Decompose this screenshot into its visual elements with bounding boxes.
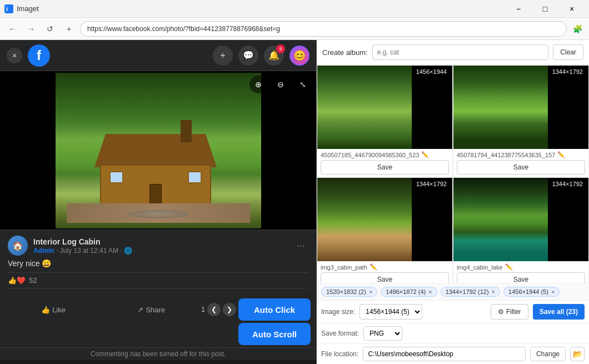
image-card-1: 1456×1944 450507185_446790094985360_523 …	[317, 65, 453, 177]
like-button[interactable]: 👍 Like	[6, 301, 101, 318]
image-footer-4: img4_cabin_lake ✏️ Save	[453, 261, 588, 283]
save-button-1[interactable]: Save	[321, 160, 449, 174]
fb-close-button[interactable]: ×	[7, 48, 22, 63]
new-tab-button[interactable]: +	[61, 21, 77, 37]
edit-icon-1[interactable]: ✏️	[421, 151, 429, 158]
post-nav-prev[interactable]: ❮	[207, 303, 221, 316]
save-button-3[interactable]: Save	[321, 272, 449, 283]
location-row: File location: Change 📂	[317, 344, 589, 364]
filter-tags-row: 1520×1832 (2) × 1496×1872 (4) × 1344×179…	[317, 283, 589, 301]
svg-text:i: i	[6, 6, 8, 12]
titlebar-controls: − □ ×	[506, 0, 585, 18]
fb-messenger-button[interactable]: 💬	[238, 46, 258, 66]
filter-tag-remove-3[interactable]: ×	[551, 288, 555, 295]
auto-scroll-button[interactable]: Auto Scroll	[238, 323, 311, 345]
share-label: Share	[146, 306, 165, 314]
back-button[interactable]: ←	[4, 21, 20, 37]
post-count: 1	[201, 306, 205, 313]
folder-icon: 📂	[573, 350, 582, 358]
post-subtitle-row: Admin · July 13 at 12:41 AM · 🌐	[33, 246, 288, 255]
image-size-select[interactable]: 1456×1944 (5)	[360, 304, 422, 320]
filename-text-3: img3_cabin_path	[321, 264, 367, 271]
facebook-panel: × f + 💬 🔔 9 😊	[0, 40, 317, 364]
window-left	[109, 171, 123, 183]
reaction-icons: 👍 ❤️	[8, 276, 26, 285]
imaget-panel: Create album: Clear 1456×1944 450507185_…	[317, 40, 589, 364]
img-filename-2: 450781794_441238775543635_157 ✏️	[457, 151, 585, 158]
edit-icon-2[interactable]: ✏️	[557, 151, 565, 158]
filter-tag-label-1: 1496×1872 (4)	[386, 288, 426, 295]
clear-button[interactable]: Clear	[553, 44, 583, 60]
share-button[interactable]: ↗ Share	[103, 301, 199, 318]
app-title: Imaget	[17, 4, 39, 13]
image-footer-2: 450781794_441238775543635_157 ✏️ Save	[453, 149, 588, 177]
zoom-out-button[interactable]: ⊖	[272, 76, 289, 93]
close-button[interactable]: ×	[559, 0, 585, 18]
forward-button[interactable]: →	[23, 21, 39, 37]
post-time: · July 13 at 12:41 AM · 🌐	[56, 247, 132, 255]
black-side-right-2	[548, 66, 588, 149]
img-dims-1: 1456×1944	[414, 68, 449, 76]
black-side-right-1	[412, 66, 452, 149]
edit-icon-3[interactable]: ✏️	[370, 263, 377, 271]
photo-viewer: ⊕ ⊖ ⤡	[0, 71, 316, 230]
profile-icon: 😊	[293, 49, 306, 62]
zoom-in-button[interactable]: ⊕	[249, 76, 267, 93]
album-input[interactable]	[372, 44, 549, 60]
cabin-photo	[56, 73, 261, 228]
expand-button[interactable]: ⤡	[294, 76, 312, 93]
filter-icon: ⚙	[498, 308, 504, 316]
black-side-right-4	[548, 178, 588, 261]
change-button[interactable]: Change	[530, 347, 566, 361]
refresh-button[interactable]: ↺	[42, 21, 58, 37]
filter-tag-3: 1456×1944 (5) ×	[503, 287, 560, 297]
black-side-right-3	[412, 178, 452, 261]
format-select[interactable]: PNG	[363, 326, 402, 341]
edit-icon-4[interactable]: ✏️	[505, 263, 513, 271]
window-right	[188, 171, 202, 183]
filter-tag-label-0: 1520×1832 (2)	[326, 288, 366, 295]
filter-tag-2: 1344×1792 (12) ×	[441, 287, 500, 297]
save-button-2[interactable]: Save	[457, 160, 585, 174]
notification-badge: 9	[276, 44, 285, 53]
post-nav-next[interactable]: ❯	[223, 303, 236, 316]
titlebar-left: i Imaget	[4, 4, 39, 13]
img-dims-4: 1344×1792	[550, 180, 585, 188]
post-header: 🏠 Interior Log Cabin Admin · July 13 at …	[8, 236, 308, 256]
file-location-input[interactable]	[363, 347, 526, 361]
img-filename-1: 450507185_446790094985360_523 ✏️	[321, 151, 449, 158]
open-folder-button[interactable]: 📂	[570, 347, 585, 361]
filter-tag-remove-2[interactable]: ×	[492, 288, 495, 295]
controls-row: Image size: 1456×1944 (5) ⚙ Filter Save …	[317, 301, 589, 323]
filter-tag-remove-1[interactable]: ×	[428, 288, 432, 295]
cabin-roof	[94, 134, 217, 167]
app-icon: i	[4, 4, 13, 13]
auto-click-button[interactable]: Auto Click	[238, 298, 311, 321]
post-content: 🏠 Interior Log Cabin Admin · July 13 at …	[0, 230, 316, 296]
filter-tag-remove-0[interactable]: ×	[369, 288, 372, 295]
extensions-icon[interactable]: 🧩	[570, 22, 585, 36]
fb-profile-button[interactable]: 😊	[289, 46, 310, 66]
fb-plus-button[interactable]: +	[213, 46, 233, 66]
image-footer-1: 450507185_446790094985360_523 ✏️ Save	[317, 149, 452, 177]
address-bar[interactable]	[80, 21, 567, 37]
img-filename-4: img4_cabin_lake ✏️	[457, 263, 585, 271]
titlebar: i Imaget − □ ×	[0, 0, 589, 18]
commenting-off-notice: Commenting has been turned off for this …	[0, 347, 316, 360]
image-footer-3: img3_cabin_path ✏️ Save	[317, 261, 452, 283]
messenger-icon: 💬	[243, 50, 254, 61]
fb-notifications-button[interactable]: 🔔 9	[264, 46, 284, 66]
fb-navbar: × f + 💬 🔔 9 😊	[0, 40, 316, 71]
maximize-button[interactable]: □	[532, 0, 558, 18]
stone-bridge	[127, 210, 189, 218]
save-all-button[interactable]: Save all (23)	[533, 304, 585, 320]
image-grid: 1456×1944 450507185_446790094985360_523 …	[317, 65, 589, 283]
image-thumb-2: 1344×1792	[453, 66, 588, 149]
minimize-button[interactable]: −	[506, 0, 531, 18]
save-button-4[interactable]: Save	[457, 272, 585, 283]
post-more-button[interactable]: ···	[293, 239, 308, 253]
browser-toolbar: ← → ↺ + 🧩	[0, 18, 589, 40]
post-meta: Interior Log Cabin Admin · July 13 at 12…	[33, 237, 288, 255]
plus-icon: +	[220, 51, 225, 61]
filter-button[interactable]: ⚙ Filter	[491, 304, 528, 320]
